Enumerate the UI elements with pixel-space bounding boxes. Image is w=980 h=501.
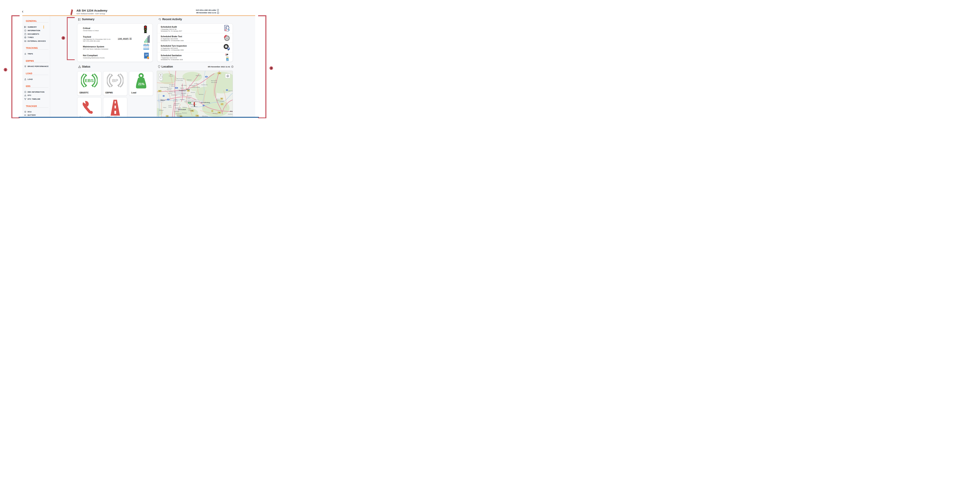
map-place-label: Dieburg [183, 107, 186, 108]
sidebar-section-load: LOAD [26, 72, 32, 75]
sidebar-section-tracker: TRACKER [26, 105, 37, 107]
list-icon [24, 26, 26, 28]
missing-glyph: ☒ [129, 37, 132, 40]
map-place-label: Frankfurt [179, 90, 186, 92]
summary-card: Critical Overall Status Is Critical Trac… [77, 24, 153, 62]
active-item-indicator [43, 25, 44, 29]
map-place-label: Alzenau [191, 92, 195, 93]
activity-item-audit[interactable]: Scheduled Audit 2 November 2023 07:52 Sc… [158, 24, 233, 33]
audit-document-icon [223, 25, 230, 32]
sidebar-item-tyres[interactable]: TYRES [24, 36, 34, 39]
map-place-label: Büdingen [196, 75, 201, 76]
vehicle-marker-label[interactable]: AB SH 1234 Academy [186, 100, 199, 102]
svg-text:8: 8 [212, 110, 212, 112]
bp-symbol-icon: BP [107, 73, 124, 88]
road-icon [109, 99, 121, 116]
sidebar-item-label: DTC TIMELINE [28, 98, 40, 100]
status-tile-ebpms[interactable]: BP EBPMS [103, 71, 127, 96]
map-place-label: Anspach [169, 75, 173, 76]
map-route-shield: 468 [218, 112, 221, 113]
trailer-icon [24, 53, 26, 55]
svg-text:✓: ✓ [145, 46, 146, 48]
sidebar-item-dtc[interactable]: DTC [24, 94, 31, 97]
map-place-label: Hammelbu [228, 90, 233, 92]
summary-row-title: Critical [83, 27, 90, 29]
summary-row-title: Tracked [83, 36, 91, 38]
header-datetime: 9th November 2022 11:41 [177, 11, 216, 14]
svg-text:BP: BP [112, 78, 118, 83]
map-place-label: Nidderau [187, 79, 191, 81]
ebs-symbol-icon: EBS [81, 73, 98, 88]
brake-disc-icon [223, 35, 230, 41]
sidebar-divider [50, 16, 50, 117]
sidebar-item-label: BRAKE PERFORMANCE [28, 65, 49, 67]
sidebar-item-ebs-information[interactable]: EBS INFORMATION [24, 90, 45, 94]
annotation-bracket-1-top [11, 15, 20, 16]
sidebar-item-label: TRIPS [28, 53, 33, 55]
activity-scheduled: Scheduled For: 6 December 2026 [161, 59, 183, 60]
sidebar-item-label: DCU [28, 111, 32, 113]
activity-item-sanitation[interactable]: Scheduled Sanitation 7 September 2023 03… [158, 52, 233, 62]
map-place-label: Bad Soden- [211, 80, 217, 81]
map-place-label: (Hessen) [173, 100, 178, 101]
map-place-label: Griesheim [174, 111, 179, 112]
map-place-label: Gerau [169, 106, 172, 108]
map-place-label: Seeheim- [177, 115, 182, 116]
summary-section-title: Summary [82, 17, 94, 21]
map-place-label: Bad Vilbel [181, 85, 186, 86]
sidebar-item-external-devices[interactable]: EXTERNAL DEVICES [24, 40, 46, 43]
sidebar-item-trips[interactable]: TRIPS [24, 52, 33, 55]
svg-text:21%: 21% [138, 82, 145, 86]
map-route-shield: 7 [226, 89, 228, 91]
tile-label: EBS/DTC [80, 92, 89, 94]
status-tile-ebs-dtc[interactable]: EBS EBS/DTC [77, 71, 101, 96]
sidebar-item-load[interactable]: LOAD [24, 78, 33, 81]
sidebar-item-documents[interactable]: DOCUMENTS [24, 32, 39, 36]
map-place-label: Bruchköbel [189, 85, 195, 86]
map-zoom-out-button[interactable]: − [159, 77, 163, 81]
map-place-label: Königstein [169, 84, 175, 85]
sidebar-item-battery[interactable]: BATTERY [24, 114, 36, 117]
map-place-label: Aschaffenburg [201, 102, 210, 103]
sidebar-item-dcu[interactable]: DCU [24, 110, 32, 113]
activity-date: 21 September 2023 05:58 [161, 38, 178, 40]
sidebar-item-summary[interactable]: SUMMARY [24, 25, 37, 29]
map-place-label: (Taunus) [167, 89, 171, 90]
layers-icon [225, 74, 230, 78]
map-route-shield: 67 [167, 99, 170, 100]
vehicle-marker-icon[interactable] [193, 102, 196, 107]
map-layers-button[interactable] [225, 74, 230, 78]
map-place-label: Darmstadt [178, 109, 186, 110]
weight-icon [24, 78, 26, 80]
activity-item-tyre-inspection[interactable]: Scheduled Tyre Inspection 14 September 2… [158, 43, 233, 52]
sidebar-item-label: SUMMARY [28, 26, 37, 28]
annotation-bracket-1-bottom [11, 117, 20, 119]
sidebar-item-brake-performance[interactable]: BRAKE PERFORMANCE [24, 65, 49, 68]
map[interactable]: 666613673728645543262742684684694438E41 … [157, 71, 233, 117]
page-title: AB SH 1234 Academy [76, 9, 107, 12]
map-route-shield: 3 [203, 105, 205, 106]
back-button[interactable]: ‹ [22, 10, 23, 14]
sidebar-item-label: EBS INFORMATION [28, 91, 45, 93]
annotation-bracket-3-bottom [258, 117, 266, 119]
status-section-title: Status [82, 65, 91, 68]
sidebar-section-ebpms: EBPMS [26, 60, 34, 62]
map-place-label: Groß- [169, 105, 172, 106]
svg-text:67: 67 [167, 99, 169, 100]
sidebar-item-dtc-timeline[interactable]: DTC TIMELINE [24, 97, 40, 101]
activity-item-brake-test[interactable]: Scheduled Brake Test 21 September 2023 0… [158, 33, 233, 43]
sidebar-item-information[interactable]: INFORMATION [24, 29, 40, 32]
status-tile-vor[interactable]: VOR (multi) [103, 97, 127, 117]
sidebar-section-ebs: EBS [26, 85, 30, 87]
sidebar-item-label: LOAD [28, 78, 33, 80]
summary-row-sub: SAF-HOLLAND AB-Leider [83, 40, 100, 42]
map-place-label: Dreieich [180, 99, 185, 100]
map-place-label: Weiterstadt [175, 107, 181, 108]
status-tile-load[interactable]: 21% Load [129, 71, 153, 96]
status-tile-maintenance[interactable]: Maintenance [77, 97, 101, 117]
sidebar-item-label: EXTERNAL DEVICES [28, 40, 46, 42]
map-zoom-in-button[interactable]: + [159, 73, 163, 77]
sidebar-section-general: GENERAL [26, 20, 37, 22]
load-weight-icon: 21% [135, 73, 148, 90]
activity-scheduled: Scheduled For: 20 December 2026 [161, 40, 184, 41]
